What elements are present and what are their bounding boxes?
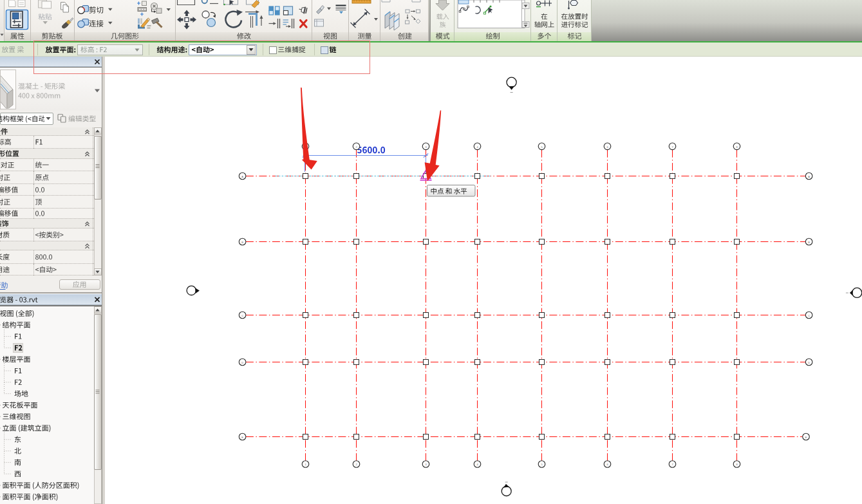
svg-text:D: D bbox=[241, 361, 243, 364]
svg-text:E: E bbox=[241, 436, 243, 439]
svg-text:C: C bbox=[808, 314, 810, 317]
svg-text:A: A bbox=[808, 175, 810, 178]
svg-text:D: D bbox=[808, 361, 810, 364]
svg-text:A: A bbox=[241, 175, 243, 178]
svg-text:C: C bbox=[241, 314, 243, 317]
svg-text:E: E bbox=[805, 436, 807, 439]
svg-text:B: B bbox=[241, 241, 243, 244]
svg-text:B: B bbox=[808, 241, 810, 244]
